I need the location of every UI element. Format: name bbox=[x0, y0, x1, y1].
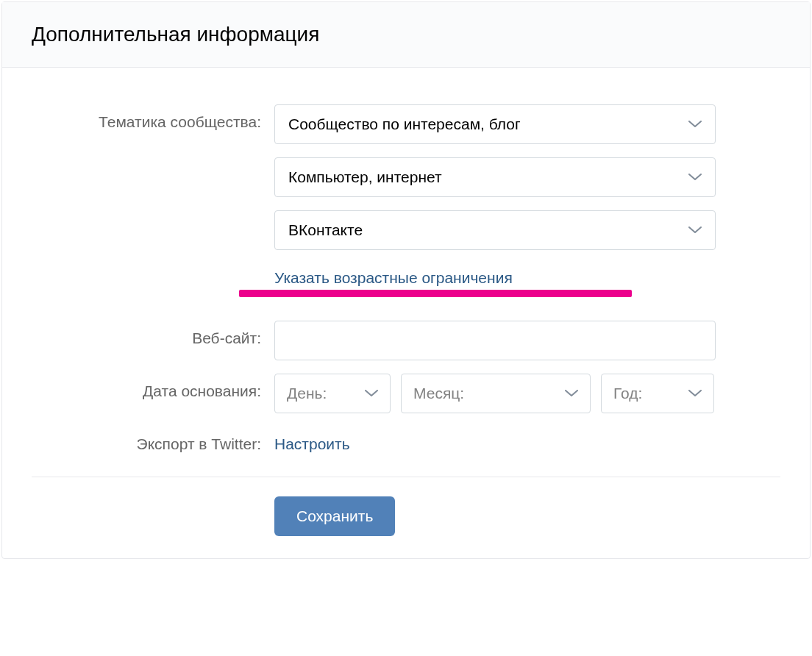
chevron-down-icon bbox=[688, 227, 702, 234]
twitter-configure-link[interactable]: Настроить bbox=[274, 427, 350, 453]
panel-body: Тематика сообщества: Сообщество по интер… bbox=[2, 68, 810, 558]
age-link-text: Указать возрастные ограничения bbox=[274, 269, 513, 286]
chevron-down-icon bbox=[565, 390, 578, 397]
select-subcategory[interactable]: ВКонтакте bbox=[274, 210, 716, 250]
label-founded: Дата основания: bbox=[32, 374, 274, 400]
select-category[interactable]: Компьютер, интернет bbox=[274, 157, 716, 197]
row-founded: Дата основания: День: Месяц: bbox=[32, 374, 780, 413]
row-twitter: Экспорт в Twitter: Настроить bbox=[32, 427, 780, 453]
footer: Сохранить bbox=[32, 496, 780, 536]
select-community-type[interactable]: Сообщество по интересам, блог bbox=[274, 104, 716, 144]
save-button[interactable]: Сохранить bbox=[274, 496, 395, 536]
chevron-down-icon bbox=[688, 174, 702, 181]
row-topic: Тематика сообщества: Сообщество по интер… bbox=[32, 104, 780, 293]
select-text: Компьютер, интернет bbox=[288, 168, 442, 186]
panel-header: Дополнительная информация bbox=[2, 2, 810, 68]
select-text: Год: bbox=[613, 385, 642, 402]
label-twitter: Экспорт в Twitter: bbox=[32, 427, 274, 453]
website-controls bbox=[274, 321, 716, 360]
chevron-down-icon bbox=[688, 390, 702, 397]
highlight-annotation bbox=[239, 290, 632, 297]
select-text: ВКонтакте bbox=[288, 221, 363, 239]
select-text: День: bbox=[287, 385, 327, 402]
chevron-down-icon bbox=[365, 390, 378, 397]
website-input[interactable] bbox=[274, 321, 716, 360]
founded-controls: День: Месяц: Год: bbox=[274, 374, 716, 413]
topic-controls: Сообщество по интересам, блог Компьютер,… bbox=[274, 104, 716, 293]
select-year[interactable]: Год: bbox=[601, 374, 714, 413]
twitter-controls: Настроить bbox=[274, 427, 716, 453]
age-link-row: Указать возрастные ограничения bbox=[274, 269, 716, 287]
select-text: Сообщество по интересам, блог bbox=[288, 115, 521, 133]
panel-title: Дополнительная информация bbox=[32, 23, 780, 46]
label-topic: Тематика сообщества: bbox=[32, 104, 274, 131]
label-website: Веб-сайт: bbox=[32, 321, 274, 347]
select-month[interactable]: Месяц: bbox=[401, 374, 591, 413]
chevron-down-icon bbox=[688, 121, 702, 128]
additional-info-panel: Дополнительная информация Тематика сообщ… bbox=[1, 1, 811, 559]
select-text: Месяц: bbox=[413, 385, 464, 402]
select-day[interactable]: День: bbox=[274, 374, 391, 413]
age-restrictions-link[interactable]: Указать возрастные ограничения bbox=[274, 269, 513, 287]
divider bbox=[32, 477, 780, 477]
date-row: День: Месяц: Год: bbox=[274, 374, 716, 413]
row-website: Веб-сайт: bbox=[32, 321, 780, 360]
